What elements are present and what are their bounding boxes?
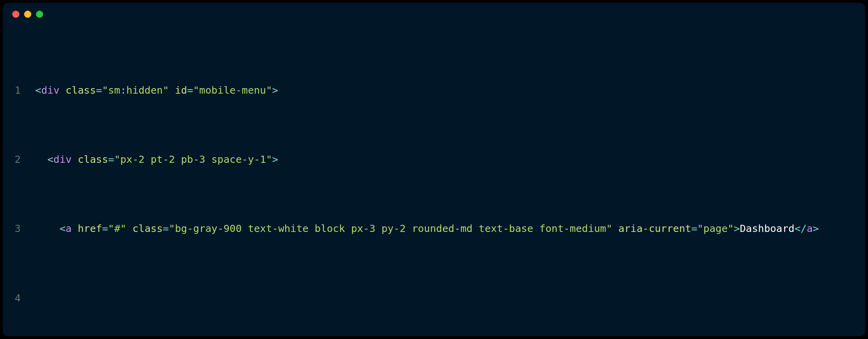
code-line: 1 <div class="sm:hidden" id="mobile-menu…: [12, 82, 856, 99]
window-titlebar: [3, 3, 865, 22]
code-editor[interactable]: 1 <div class="sm:hidden" id="mobile-menu…: [3, 22, 865, 336]
maximize-icon[interactable]: [36, 11, 43, 18]
code-content: [35, 290, 856, 307]
code-content: <div class="sm:hidden" id="mobile-menu">: [35, 82, 856, 99]
close-icon[interactable]: [12, 11, 19, 18]
line-number: 3: [12, 220, 35, 237]
code-content: <a href="#" class="bg-gray-900 text-whit…: [35, 220, 856, 237]
code-window: 1 <div class="sm:hidden" id="mobile-menu…: [3, 3, 865, 336]
code-line: 3 <a href="#" class="bg-gray-900 text-wh…: [12, 220, 856, 237]
code-line: 2 <div class="px-2 pt-2 pb-3 space-y-1">: [12, 151, 856, 168]
line-number: 4: [12, 290, 35, 307]
code-content: <div class="px-2 pt-2 pb-3 space-y-1">: [35, 151, 856, 168]
code-line: 4: [12, 290, 856, 307]
minimize-icon[interactable]: [24, 11, 31, 18]
line-number: 2: [12, 151, 35, 168]
line-number: 1: [12, 82, 35, 99]
